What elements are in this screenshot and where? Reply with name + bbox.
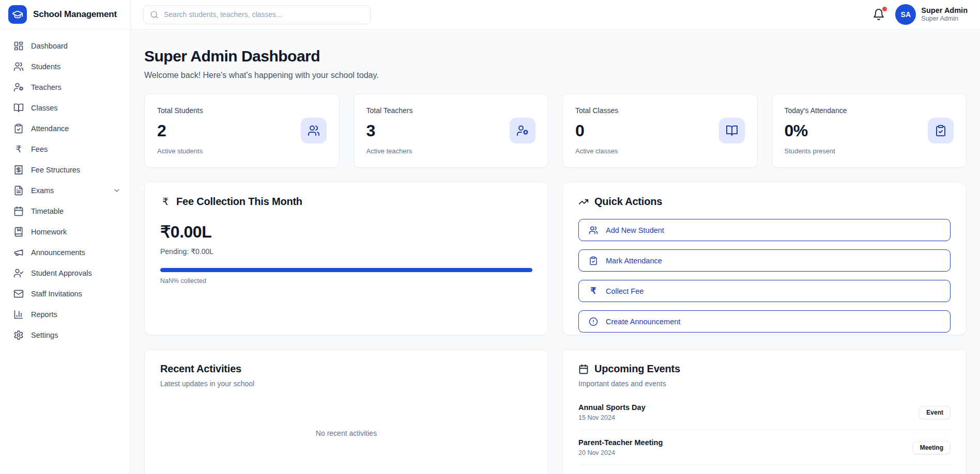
- sidebar-item-label: Staff Invitations: [31, 290, 82, 298]
- fee-card-title: Fee Collection This Month: [176, 196, 302, 208]
- stat-card: Total Classes 0 Active classes: [562, 93, 758, 168]
- chevron-down-icon: [113, 186, 121, 195]
- empty-state-message: No recent activities: [160, 429, 532, 437]
- fee-progress-track: [160, 268, 532, 272]
- recent-activities-subtitle: Latest updates in your school: [160, 380, 532, 388]
- sidebar-item[interactable]: Exams: [0, 180, 130, 201]
- students-icon: [13, 61, 24, 72]
- quick-action-button[interactable]: ₹ Collect Fee: [578, 280, 951, 302]
- sidebar-item[interactable]: Students: [0, 56, 130, 77]
- sidebar-item-label: Fee Structures: [31, 166, 80, 174]
- students-icon: [301, 118, 327, 144]
- quick-actions-card: Quick Actions Add New Student Mark Atten…: [562, 182, 967, 335]
- quick-action-label: Create Announcement: [606, 318, 680, 326]
- quick-actions-list: Add New Student Mark Attendance ₹ Collec…: [578, 219, 951, 333]
- user-menu[interactable]: SA Super Admin Super Admin: [895, 4, 968, 25]
- sidebar-item[interactable]: Settings: [0, 325, 130, 345]
- search-box[interactable]: [143, 5, 371, 24]
- sidebar-item[interactable]: Fee Structures: [0, 160, 130, 180]
- rupee-icon: ₹: [13, 144, 24, 154]
- search-input[interactable]: [164, 10, 364, 19]
- stat-label: Total Teachers: [366, 106, 536, 115]
- event-row: Annual Sports Day 15 Nov 2024 Event: [578, 395, 951, 430]
- calendar-icon: [578, 364, 589, 374]
- sidebar-item-label: Students: [31, 62, 60, 71]
- teachers-icon: [510, 118, 535, 144]
- sidebar-item[interactable]: Classes: [0, 98, 130, 118]
- page-subtitle: Welcome back! Here's what's happening wi…: [144, 71, 967, 80]
- reports-icon: [13, 309, 24, 320]
- sidebar-item[interactable]: Staff Invitations: [0, 283, 130, 304]
- quick-action-label: Mark Attendance: [606, 257, 662, 265]
- search-icon: [150, 10, 159, 19]
- upcoming-events-title: Upcoming Events: [594, 363, 680, 375]
- sidebar-item[interactable]: Student Approvals: [0, 263, 130, 283]
- recent-activities-card: Recent Activities Latest updates in your…: [144, 349, 548, 474]
- main-content: Super Admin Dashboard Welcome back! Here…: [131, 29, 980, 474]
- stat-card: Total Students 2 Active students: [144, 93, 340, 168]
- sidebar-item-label: Exams: [31, 186, 54, 195]
- sidebar: Dashboard Students Teachers Classes: [0, 29, 131, 474]
- event-row: Final Exams Begin 1 Dec 2024 Exam: [578, 465, 951, 474]
- sidebar-item[interactable]: Dashboard: [0, 36, 130, 56]
- sidebar-item-label: Timetable: [31, 207, 64, 215]
- fee-progress-bar: [160, 268, 532, 272]
- classes-icon: [719, 118, 745, 144]
- dashboard-icon: [13, 41, 24, 51]
- brand-name: School Management: [33, 9, 117, 20]
- page-title: Super Admin Dashboard: [144, 48, 967, 65]
- quick-action-label: Collect Fee: [606, 287, 644, 295]
- graduation-cap-icon: [12, 9, 23, 20]
- teachers-icon: [13, 82, 24, 92]
- stat-label: Total Classes: [575, 106, 745, 115]
- homework-icon: [13, 227, 24, 237]
- stat-sublabel: Active teachers: [366, 147, 536, 155]
- sidebar-item-label: Homework: [31, 228, 67, 236]
- rupee-icon: ₹: [160, 197, 171, 207]
- sidebar-item[interactable]: Attendance: [0, 118, 130, 139]
- sidebar-item[interactable]: Teachers: [0, 77, 130, 98]
- brand-header: School Management: [0, 0, 131, 29]
- timetable-icon: [13, 206, 24, 216]
- event-tag-badge: Event: [919, 406, 951, 419]
- fee-collected-caption: NaN% collected: [160, 277, 532, 285]
- avatar[interactable]: SA: [895, 4, 916, 25]
- rupee-icon: ₹: [589, 287, 598, 296]
- trending-up-icon: [578, 197, 589, 207]
- sidebar-item-label: Classes: [31, 104, 58, 112]
- exams-icon: [13, 185, 24, 196]
- app-window: School Management SA Super Admin Super A…: [0, 0, 980, 474]
- app-logo: [8, 5, 27, 24]
- notification-dot: [882, 7, 887, 11]
- bottom-row: Recent Activities Latest updates in your…: [144, 349, 967, 474]
- sidebar-item[interactable]: Timetable: [0, 201, 130, 222]
- stat-sublabel: Active students: [157, 147, 327, 155]
- recent-activities-title: Recent Activities: [160, 363, 241, 375]
- quick-action-button[interactable]: Add New Student: [578, 219, 951, 241]
- sidebar-item[interactable]: ₹ Fees: [0, 139, 130, 160]
- quick-action-label: Add New Student: [606, 226, 664, 234]
- topbar-right: SA Super Admin Super Admin: [872, 4, 968, 25]
- user-name: Super Admin: [921, 6, 968, 15]
- sidebar-item[interactable]: Announcements: [0, 242, 130, 263]
- stat-card: Total Teachers 3 Active teachers: [354, 93, 549, 168]
- event-date: 15 Nov 2024: [578, 414, 646, 421]
- sidebar-item-label: Settings: [31, 331, 58, 339]
- notifications-button[interactable]: [872, 8, 885, 21]
- stat-sublabel: Active classes: [575, 147, 745, 155]
- fee-collection-card: ₹ Fee Collection This Month ₹0.00L Pendi…: [144, 182, 548, 335]
- fee-pending: Pending: ₹0.00L: [160, 247, 532, 256]
- sidebar-item[interactable]: Reports: [0, 304, 130, 325]
- sidebar-item[interactable]: Homework: [0, 222, 130, 242]
- stat-label: Total Students: [157, 106, 327, 115]
- stat-card: Today's Attendance 0% Students present: [772, 93, 967, 168]
- upcoming-events-subtitle: Important dates and events: [578, 380, 951, 388]
- fee-amount: ₹0.00L: [160, 222, 532, 242]
- middle-row: ₹ Fee Collection This Month ₹0.00L Pendi…: [144, 182, 967, 335]
- upcoming-events-card: Upcoming Events Important dates and even…: [562, 349, 967, 474]
- quick-action-button[interactable]: Create Announcement: [578, 310, 951, 333]
- attendance-icon: [589, 256, 598, 265]
- fee-structures-icon: [13, 165, 24, 175]
- students-icon: [589, 226, 598, 235]
- quick-action-button[interactable]: Mark Attendance: [578, 249, 951, 272]
